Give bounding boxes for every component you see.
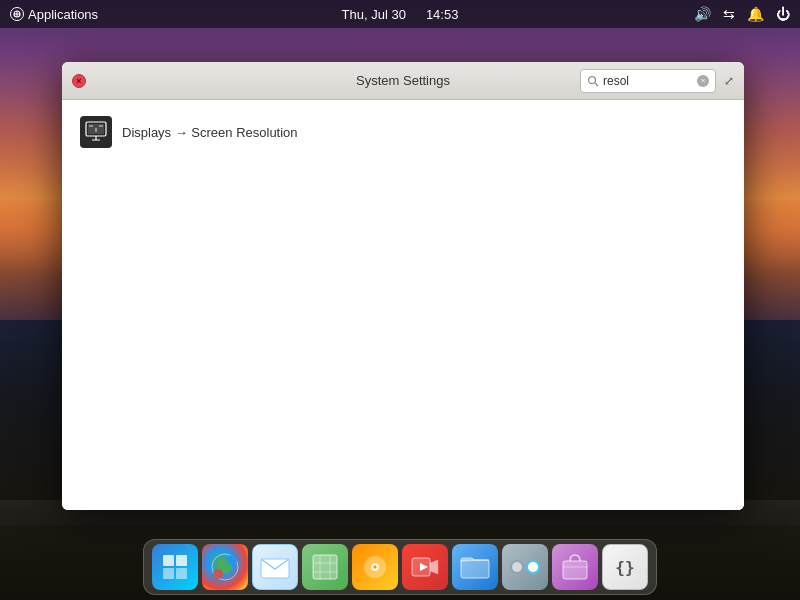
mail-icon	[260, 555, 290, 579]
search-icon	[587, 75, 599, 87]
svg-point-18	[227, 555, 237, 565]
panel-time: 14:53	[426, 7, 459, 22]
dock-item-mail[interactable]	[252, 544, 298, 590]
search-box[interactable]: ×	[580, 69, 716, 93]
terminal-icon-label: {}	[615, 558, 634, 577]
dock-item-browser[interactable]	[202, 544, 248, 590]
dock-item-terminal[interactable]: {}	[602, 544, 648, 590]
window-close-button[interactable]: ×	[72, 74, 86, 88]
search-result-item[interactable]: Displays → Screen Resolution	[72, 110, 734, 154]
system-settings-window: × System Settings × ⤢	[62, 62, 744, 510]
calc-icon	[311, 553, 339, 581]
browser-icon	[210, 552, 240, 582]
svg-point-28	[374, 566, 377, 569]
power-icon[interactable]: ⏻	[776, 6, 790, 22]
svg-point-3	[589, 76, 596, 83]
store-icon	[561, 553, 589, 581]
search-clear-button[interactable]: ×	[697, 75, 709, 87]
dock-item-settings[interactable]	[502, 544, 548, 590]
svg-rect-36	[563, 561, 587, 579]
settings-toggle-icon	[509, 557, 541, 577]
svg-point-35	[528, 562, 538, 572]
dock-item-calc[interactable]	[302, 544, 348, 590]
panel-right: 🔊 ⇆ 🔔 ⏻	[694, 6, 790, 22]
window-title: System Settings	[356, 73, 450, 88]
dock-item-files[interactable]	[452, 544, 498, 590]
dock-item-music[interactable]	[352, 544, 398, 590]
svg-line-4	[595, 83, 598, 86]
dock-item-video[interactable]	[402, 544, 448, 590]
svg-rect-13	[176, 555, 187, 566]
panel-date: Thu, Jul 30	[342, 7, 406, 22]
panel-left: Applications	[10, 7, 98, 22]
notification-icon[interactable]: 🔔	[747, 6, 764, 22]
files-icon	[460, 554, 490, 580]
svg-point-33	[512, 562, 522, 572]
svg-rect-12	[163, 555, 174, 566]
volume-icon[interactable]: 🔊	[694, 6, 711, 22]
svg-point-19	[213, 569, 223, 579]
dock-item-store[interactable]	[552, 544, 598, 590]
result-text: Displays → Screen Resolution	[122, 125, 298, 140]
applications-label: Applications	[28, 7, 98, 22]
search-input[interactable]	[603, 74, 693, 88]
workspaces-icon	[162, 554, 188, 580]
panel-center: Thu, Jul 30 14:53	[342, 7, 459, 22]
svg-rect-15	[176, 568, 187, 579]
applications-menu[interactable]: Applications	[10, 7, 98, 22]
top-panel: Applications Thu, Jul 30 14:53 🔊 ⇆ 🔔 ⏻	[0, 0, 800, 28]
music-icon	[362, 554, 388, 580]
window-content: Displays → Screen Resolution	[62, 100, 744, 510]
dock-item-workspaces[interactable]	[152, 544, 198, 590]
taskbar-dock: {}	[143, 539, 657, 595]
apps-icon	[10, 7, 24, 21]
network-icon[interactable]: ⇆	[723, 6, 735, 22]
window-expand-button[interactable]: ⤢	[724, 74, 734, 88]
svg-rect-31	[461, 560, 489, 578]
window-search-area: × ⤢	[580, 69, 734, 93]
monitor-icon	[85, 121, 107, 143]
displays-icon	[80, 116, 112, 148]
video-icon	[411, 555, 439, 579]
svg-rect-14	[163, 568, 174, 579]
svg-rect-21	[313, 555, 337, 579]
window-titlebar: × System Settings × ⤢	[62, 62, 744, 100]
